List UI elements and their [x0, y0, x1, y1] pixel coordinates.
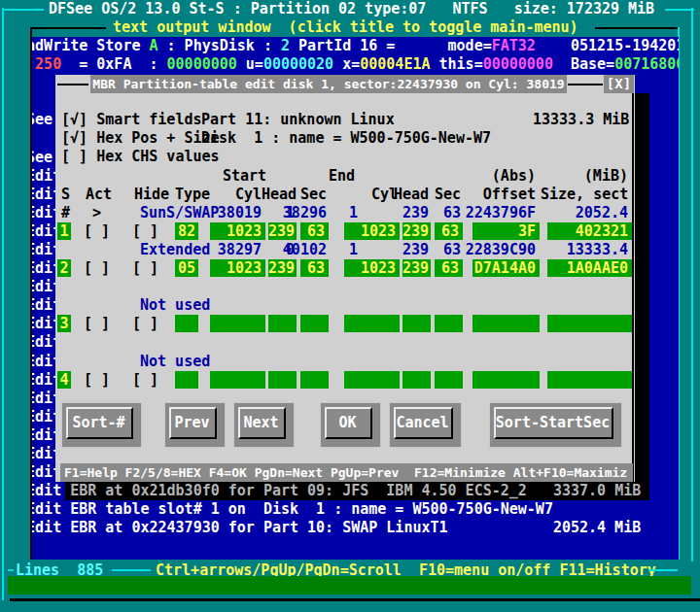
- scroll-status-dash-left: [8, 569, 14, 571]
- end-cyl-field[interactable]: [344, 315, 400, 332]
- size-field[interactable]: 402321: [547, 222, 632, 240]
- header-act: Act: [86, 186, 112, 204]
- header-mib: (MiB): [541, 167, 628, 186]
- outer-border-top-left: [3, 9, 44, 11]
- start-head-field[interactable]: [268, 315, 297, 332]
- offset-field[interactable]: 3F: [472, 222, 540, 240]
- disk-info: Disk 1 : name = W500-750G-New-W7: [201, 129, 491, 148]
- dialog-status-bar: F1=Help F2/5/8=HEX F4=OK PgDn=Next PgUp=…: [60, 463, 633, 482]
- output-line-readwrite: ReadWrite Store A : PhysDisk : 2 PartId …: [32, 37, 679, 55]
- end-sec-field[interactable]: 63: [435, 222, 463, 240]
- act-checkbox[interactable]: [ ]: [84, 259, 110, 278]
- checkbox-smart-fields[interactable]: [√] Smart fields: [61, 111, 202, 129]
- start-cyl-field[interactable]: [210, 315, 265, 332]
- type-field[interactable]: 82: [175, 222, 198, 240]
- end-head-field[interactable]: [402, 371, 431, 389]
- outer-border-right: [691, 8, 693, 561]
- type-field[interactable]: 05: [175, 259, 198, 277]
- txtwin-border-top-left: [32, 27, 106, 29]
- start-cyl-field[interactable]: [210, 371, 265, 389]
- txtwin-border-top-right: [595, 27, 679, 29]
- end-sec-field[interactable]: [435, 315, 463, 332]
- dialog-title-line-right: [568, 84, 603, 85]
- current-row-pointer: >: [92, 204, 101, 222]
- header-hide: Hide: [134, 186, 169, 204]
- act-checkbox[interactable]: [ ]: [84, 222, 110, 241]
- hide-checkbox[interactable]: [ ]: [132, 259, 158, 278]
- output-line-ebr3: PTEdit EBR at 0x22437930 for Part 10: SW…: [32, 519, 679, 537]
- size-field[interactable]: [547, 371, 632, 389]
- end-head-field[interactable]: 239: [402, 222, 431, 240]
- checkbox-hex-pos-size[interactable]: [√] Hex Pos + Size: [61, 129, 220, 148]
- type-name: Not used: [140, 296, 210, 315]
- command-input-bar[interactable]: [8, 576, 691, 595]
- cancel-button[interactable]: Cancel: [389, 402, 462, 448]
- slot-number[interactable]: 2: [57, 259, 71, 277]
- start-sec-field[interactable]: 63: [300, 259, 329, 277]
- dialog-title: MBR Partition-table edit disk 1, sector:…: [90, 75, 567, 93]
- offset-field[interactable]: [472, 315, 540, 332]
- end-sec-field[interactable]: 63: [435, 259, 463, 277]
- app-title: DFSee OS/2 13.0 St-S : Partition 02 type…: [49, 0, 654, 18]
- dfsee-screen: DFSee OS/2 13.0 St-S : Partition 02 type…: [0, 0, 700, 612]
- end-head-field[interactable]: [402, 315, 431, 332]
- output-line-rc: RC:250 = 0xFA : 00000000 u=00000020 x=00…: [32, 55, 679, 74]
- header-end-group: End: [329, 167, 355, 186]
- start-cyl-field[interactable]: 1023: [210, 222, 265, 240]
- hide-checkbox[interactable]: [ ]: [132, 222, 158, 241]
- end-sec-field[interactable]: [435, 371, 463, 389]
- hide-checkbox[interactable]: [ ]: [132, 371, 158, 390]
- end-cyl-field[interactable]: [344, 371, 400, 389]
- part-size: 13333.3 MiB: [533, 111, 629, 129]
- start-head-field[interactable]: 239: [268, 222, 297, 240]
- slot-number[interactable]: 3: [57, 315, 71, 332]
- size-field[interactable]: 1A0AAE0: [547, 259, 632, 277]
- output-line-ebr1: PTEdit EBR at 0x21db30f0 for Part 09: JF…: [32, 482, 679, 500]
- end-cyl-field[interactable]: 1023: [344, 222, 400, 240]
- end-head-field[interactable]: 239: [402, 259, 431, 277]
- act-checkbox[interactable]: [ ]: [84, 315, 110, 333]
- bottom-shadow-line: [10, 598, 700, 601]
- header-s: S: [61, 186, 70, 204]
- partition-edit-dialog: MBR Partition-table edit disk 1, sector:…: [55, 75, 635, 482]
- scroll-status-dash-right: [649, 569, 678, 571]
- act-checkbox[interactable]: [ ]: [84, 371, 110, 390]
- dialog-border-right: [632, 93, 634, 482]
- start-sec-field[interactable]: [300, 371, 329, 389]
- type-field[interactable]: [175, 315, 198, 332]
- scroll-status-dash-mid: [112, 569, 151, 571]
- start-sec-field[interactable]: 63: [300, 222, 329, 240]
- type-name: Not used: [140, 353, 210, 371]
- prev-button[interactable]: Prev: [164, 402, 226, 448]
- end-cyl-field[interactable]: 1023: [344, 259, 400, 277]
- header-offset: Offset: [448, 186, 536, 204]
- dialog-title-line-left: [57, 84, 88, 85]
- outer-border-left: [2, 8, 4, 600]
- start-cyl-field[interactable]: 1023: [210, 259, 265, 277]
- sort-startsec-button[interactable]: Sort-StartSec: [489, 402, 622, 448]
- next-button[interactable]: Next: [233, 402, 295, 448]
- sort-number-button[interactable]: Sort-#: [61, 402, 142, 448]
- offset-field[interactable]: D7A14A0: [472, 259, 540, 277]
- hide-checkbox[interactable]: [ ]: [132, 315, 158, 333]
- outer-border-top-right: [665, 9, 694, 11]
- type-field[interactable]: [175, 371, 198, 389]
- start-head-field[interactable]: [268, 371, 297, 389]
- output-window-title[interactable]: text output window (click title to toggl…: [113, 18, 578, 37]
- checkbox-hex-chs[interactable]: [ ] Hex CHS values: [61, 148, 220, 166]
- slot-number[interactable]: 4: [57, 371, 71, 389]
- start-sec-field[interactable]: [300, 315, 329, 332]
- ok-button[interactable]: OK: [320, 402, 381, 448]
- slot-number[interactable]: 1: [57, 222, 71, 240]
- close-icon[interactable]: [X]: [604, 75, 634, 93]
- header-size: Size, sect: [541, 186, 628, 204]
- start-head-field[interactable]: 239: [268, 259, 297, 277]
- header-abs: (Abs): [448, 167, 536, 186]
- part-info: Part 11: unknown Linux: [201, 111, 395, 129]
- offset-field[interactable]: [472, 371, 540, 389]
- output-line-ebr2: PTEdit EBR table slot# 1 on Disk 1 : nam…: [32, 500, 679, 519]
- dialog-titlebar[interactable]: MBR Partition-table edit disk 1, sector:…: [90, 75, 567, 93]
- size-field[interactable]: [547, 315, 632, 332]
- header-start-group: Start: [223, 167, 266, 186]
